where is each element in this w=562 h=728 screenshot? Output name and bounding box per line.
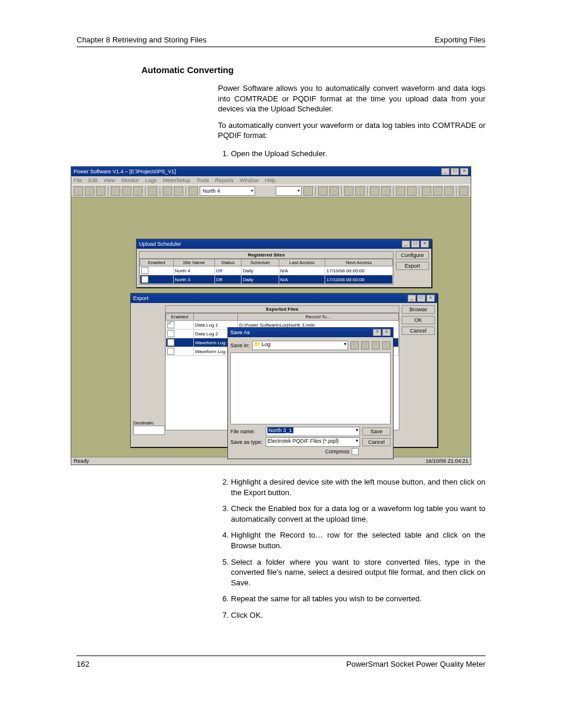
close-icon[interactable]: × <box>382 329 391 336</box>
close-icon[interactable]: × <box>460 168 468 175</box>
filename-input[interactable]: North 3_1 <box>266 427 360 436</box>
app-titlebar: Power Software V1.4 – [E:\Projects\PS_V1… <box>71 167 471 176</box>
chart2-icon[interactable] <box>329 186 339 196</box>
site-combo[interactable]: North 4 <box>200 186 255 196</box>
minimize-icon[interactable]: _ <box>402 241 410 248</box>
print-icon[interactable] <box>148 186 157 196</box>
minimize-icon[interactable]: _ <box>408 295 416 302</box>
folder-icon: 📁 <box>254 341 260 347</box>
app-screenshot: Power Software V1.4 – [E:\Projects\PS_V1… <box>71 166 471 465</box>
table-row[interactable]: North 4 Off Daily N/A 17/10/06 00:00:00 <box>140 266 393 275</box>
checkbox-icon[interactable] <box>167 339 174 346</box>
export-button[interactable]: Export <box>396 262 429 270</box>
step-item: Repeat the same for all tables you wish … <box>231 594 485 604</box>
chart1-icon[interactable] <box>318 186 328 196</box>
save-as-dialog: Save As ? × Save in: 📁 Log <box>227 327 394 459</box>
cancel-button[interactable]: Cancel <box>402 327 435 335</box>
step-1: Open the Upload Scheduler. <box>231 149 485 159</box>
menu-monitor[interactable]: Monitor <box>121 177 139 183</box>
connect-icon[interactable] <box>189 186 198 196</box>
step-item: Select a folder where you want to store … <box>231 557 485 588</box>
step-item: Highlight a desired device site with the… <box>231 477 485 498</box>
menu-help[interactable]: Help <box>265 177 276 183</box>
exported-files-title: Exported Files <box>166 306 399 313</box>
maximize-icon[interactable]: □ <box>411 241 419 248</box>
product-name: PowerSmart Socket Power Quality Meter <box>346 660 485 668</box>
type-combo[interactable]: Electrotek PQDIF Files (*.pqd) <box>266 437 360 447</box>
help-icon[interactable]: ? <box>373 329 381 336</box>
maximize-icon[interactable]: □ <box>451 168 459 175</box>
flag1-icon[interactable] <box>344 186 353 196</box>
views-icon[interactable] <box>382 341 391 350</box>
paste-icon[interactable] <box>133 186 143 196</box>
cal-icon[interactable] <box>407 186 416 196</box>
help-icon[interactable] <box>459 186 468 196</box>
menu-metersetup[interactable]: MeterSetup <box>163 177 191 183</box>
compress-checkbox[interactable] <box>352 448 359 455</box>
step-item: Highlight the Record to… row for the sel… <box>231 530 485 551</box>
sites-grid-title: Registered Sites <box>140 252 393 259</box>
app-title: Power Software V1.4 – [E:\Projects\PS_V1… <box>74 169 176 174</box>
section-title: Automatic Converting <box>141 65 485 75</box>
minimize-icon[interactable]: _ <box>441 168 449 175</box>
grid-icon[interactable] <box>303 186 313 196</box>
header-left: Chapter 8 Retrieving and Storing Files <box>77 35 206 44</box>
gen-icon[interactable] <box>422 186 431 196</box>
open-icon[interactable] <box>74 186 83 196</box>
save-button[interactable]: Save <box>362 427 391 436</box>
menu-file[interactable]: File <box>74 177 82 183</box>
ok-button[interactable]: OK <box>402 316 435 324</box>
box-icon[interactable] <box>381 186 391 196</box>
flag2-icon[interactable] <box>355 186 365 196</box>
scheduler-title: Upload Scheduler <box>139 241 181 247</box>
tou-icon[interactable] <box>444 186 454 196</box>
registered-sites-table[interactable]: Enabled Site Name Status Schedule Last A… <box>140 259 393 284</box>
paragraph-2: To automatically convert your waveform o… <box>218 120 485 141</box>
tool2-icon[interactable] <box>174 186 183 196</box>
checkbox-icon[interactable] <box>167 321 174 328</box>
menu-view[interactable]: View <box>104 177 115 183</box>
cancel-button[interactable]: Cancel <box>362 438 391 446</box>
savein-combo[interactable]: 📁 Log <box>252 341 348 350</box>
status-left: Ready <box>74 458 89 464</box>
newfolder-icon[interactable] <box>372 341 380 350</box>
destination-label: Destinatic <box>133 420 163 426</box>
save-icon[interactable] <box>85 186 94 196</box>
menu-reports[interactable]: Reports <box>215 177 234 183</box>
maximize-icon[interactable]: □ <box>417 295 425 302</box>
menu-tools[interactable]: Tools <box>196 177 209 183</box>
compress-label: Compress <box>325 449 349 454</box>
step-item: Click OK. <box>231 610 485 621</box>
saveas-title: Save As <box>230 330 250 335</box>
log-icon[interactable] <box>433 186 442 196</box>
checkbox-icon[interactable] <box>141 276 148 283</box>
browse-button[interactable]: Browse <box>402 305 435 314</box>
menu-logs[interactable]: Logs <box>145 177 157 183</box>
menubar[interactable]: File Edit View Monitor Logs MeterSetup T… <box>71 176 471 185</box>
header-right: Exporting Files <box>435 35 485 44</box>
filename-label: File name: <box>230 429 263 434</box>
stop-icon[interactable] <box>96 186 105 196</box>
checkbox-icon[interactable] <box>167 348 174 355</box>
checkbox-icon[interactable] <box>141 267 148 274</box>
checkbox-icon[interactable] <box>167 330 174 337</box>
menu-edit[interactable]: Edit <box>88 177 98 183</box>
destination-input[interactable] <box>133 426 165 435</box>
close-icon[interactable]: × <box>427 295 435 302</box>
device-combo[interactable] <box>276 186 302 196</box>
configure-button[interactable]: Configure <box>396 251 429 259</box>
paragraph-1: Power Software allows you to automatical… <box>218 83 485 114</box>
del-icon[interactable] <box>370 186 379 196</box>
menu-window[interactable]: Window <box>240 177 259 183</box>
tool-icon[interactable] <box>163 186 172 196</box>
up-icon[interactable] <box>361 341 369 350</box>
page-number: 162 <box>77 660 90 668</box>
close-icon[interactable]: × <box>421 241 429 248</box>
file-listing[interactable] <box>230 353 391 424</box>
table-row[interactable]: North 3 Off Daily N/A 17/10/06 00:00:00 <box>140 275 393 284</box>
toolbar: North 4 <box>71 185 471 197</box>
hammer-icon[interactable] <box>396 186 405 196</box>
copy-icon[interactable] <box>122 186 131 196</box>
cut-icon[interactable] <box>111 186 120 196</box>
back-icon[interactable] <box>351 341 359 350</box>
